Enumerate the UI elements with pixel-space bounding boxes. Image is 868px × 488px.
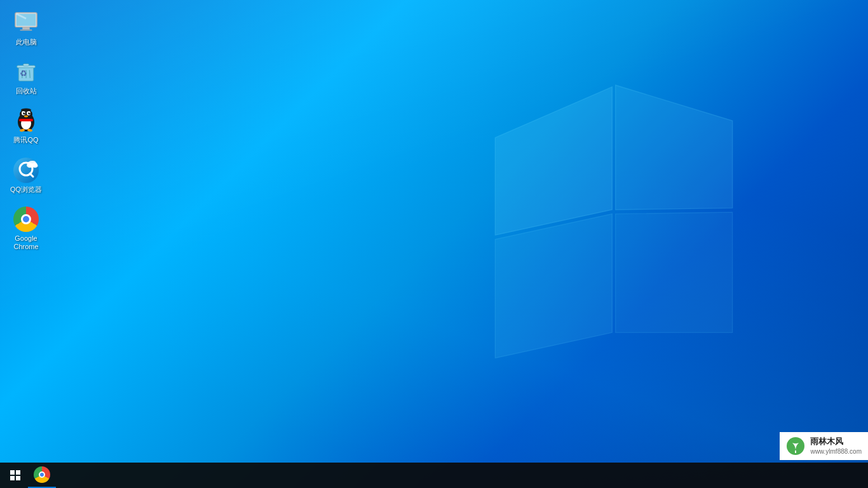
recycle-bin-icon: ♻: [13, 59, 39, 85]
windows-logo-icon: [10, 470, 20, 480]
svg-rect-30: [24, 109, 28, 111]
ylmf-text: 雨林木风 www.ylmf888.com: [810, 436, 862, 456]
this-pc-icon: [13, 10, 39, 36]
svg-marker-1: [616, 85, 733, 210]
ylmf-brand: 雨林木风: [810, 436, 862, 447]
svg-rect-6: [22, 27, 29, 30]
desktop: 此电脑 ♻ 回收站: [0, 0, 868, 488]
svg-point-24: [29, 112, 30, 113]
ylmf-url: www.ylmf888.com: [810, 447, 862, 456]
svg-text:♻: ♻: [20, 69, 27, 78]
ylmf-watermark: 雨林木风 www.ylmf888.com: [780, 432, 868, 460]
desktop-icons-container: 此电脑 ♻ 回收站: [3, 6, 49, 255]
taskbar-chrome-button[interactable]: [28, 463, 56, 488]
taskbar-chrome-icon: [34, 466, 50, 483]
svg-point-23: [24, 112, 25, 113]
svg-marker-2: [495, 214, 612, 358]
desktop-icon-qq-browser[interactable]: QQ浏览器: [3, 154, 49, 198]
svg-rect-11: [24, 64, 29, 67]
ylmf-logo: [786, 437, 805, 456]
desktop-icon-recycle-bin[interactable]: ♻ 回收站: [3, 55, 49, 99]
svg-rect-7: [20, 29, 32, 30]
svg-line-32: [30, 173, 33, 177]
qq-browser-icon: [13, 158, 39, 183]
chrome-label: GoogleChrome: [13, 234, 38, 251]
chrome-icon: [13, 207, 39, 232]
desktop-icon-tencent-qq[interactable]: 腾讯QQ: [3, 104, 49, 148]
windows-logo-background: [487, 64, 741, 381]
start-button[interactable]: [3, 463, 28, 488]
svg-point-25: [24, 116, 28, 118]
svg-point-35: [32, 163, 38, 168]
qq-label: 腾讯QQ: [13, 136, 38, 144]
svg-marker-0: [495, 87, 612, 235]
recycle-bin-label: 回收站: [16, 87, 37, 95]
svg-rect-28: [19, 119, 33, 121]
taskbar-chrome-center: [39, 471, 45, 478]
qq-browser-label: QQ浏览器: [10, 186, 42, 194]
desktop-icon-google-chrome[interactable]: GoogleChrome: [3, 203, 49, 255]
svg-marker-3: [616, 212, 733, 332]
svg-line-14: [29, 70, 30, 78]
this-pc-label: 此电脑: [16, 38, 37, 46]
qq-icon: [13, 108, 39, 133]
taskbar: [0, 463, 868, 488]
desktop-icon-this-pc[interactable]: 此电脑: [3, 6, 49, 50]
